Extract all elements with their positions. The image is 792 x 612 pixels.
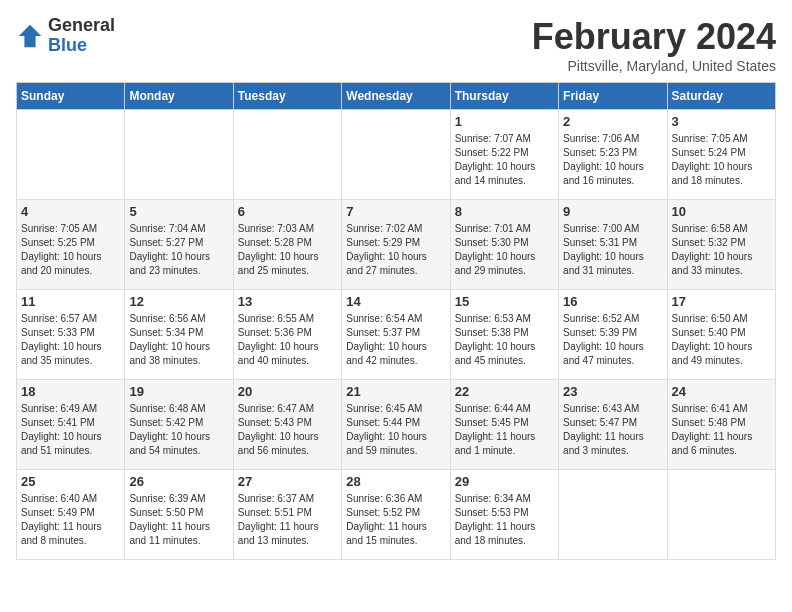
calendar-cell: 10Sunrise: 6:58 AM Sunset: 5:32 PM Dayli…: [667, 200, 775, 290]
calendar-cell: 21Sunrise: 6:45 AM Sunset: 5:44 PM Dayli…: [342, 380, 450, 470]
logo-general-text: General: [48, 16, 115, 36]
day-number: 22: [455, 384, 554, 399]
day-number: 17: [672, 294, 771, 309]
calendar-cell: 4Sunrise: 7:05 AM Sunset: 5:25 PM Daylig…: [17, 200, 125, 290]
cell-content: Sunrise: 6:55 AM Sunset: 5:36 PM Dayligh…: [238, 312, 337, 368]
cell-content: Sunrise: 6:49 AM Sunset: 5:41 PM Dayligh…: [21, 402, 120, 458]
cell-content: Sunrise: 6:48 AM Sunset: 5:42 PM Dayligh…: [129, 402, 228, 458]
cell-content: Sunrise: 6:39 AM Sunset: 5:50 PM Dayligh…: [129, 492, 228, 548]
calendar-header-row: SundayMondayTuesdayWednesdayThursdayFrid…: [17, 83, 776, 110]
day-number: 8: [455, 204, 554, 219]
cell-content: Sunrise: 6:43 AM Sunset: 5:47 PM Dayligh…: [563, 402, 662, 458]
month-title: February 2024: [532, 16, 776, 58]
header-day-tuesday: Tuesday: [233, 83, 341, 110]
header-day-friday: Friday: [559, 83, 667, 110]
calendar-cell: 20Sunrise: 6:47 AM Sunset: 5:43 PM Dayli…: [233, 380, 341, 470]
cell-content: Sunrise: 6:37 AM Sunset: 5:51 PM Dayligh…: [238, 492, 337, 548]
day-number: 20: [238, 384, 337, 399]
day-number: 21: [346, 384, 445, 399]
calendar-cell: 15Sunrise: 6:53 AM Sunset: 5:38 PM Dayli…: [450, 290, 558, 380]
svg-marker-0: [19, 25, 41, 47]
day-number: 18: [21, 384, 120, 399]
day-number: 27: [238, 474, 337, 489]
cell-content: Sunrise: 6:58 AM Sunset: 5:32 PM Dayligh…: [672, 222, 771, 278]
cell-content: Sunrise: 6:56 AM Sunset: 5:34 PM Dayligh…: [129, 312, 228, 368]
day-number: 24: [672, 384, 771, 399]
day-number: 1: [455, 114, 554, 129]
cell-content: Sunrise: 7:07 AM Sunset: 5:22 PM Dayligh…: [455, 132, 554, 188]
cell-content: Sunrise: 7:00 AM Sunset: 5:31 PM Dayligh…: [563, 222, 662, 278]
cell-content: Sunrise: 7:06 AM Sunset: 5:23 PM Dayligh…: [563, 132, 662, 188]
calendar-cell: 11Sunrise: 6:57 AM Sunset: 5:33 PM Dayli…: [17, 290, 125, 380]
calendar-week-2: 4Sunrise: 7:05 AM Sunset: 5:25 PM Daylig…: [17, 200, 776, 290]
logo-blue-text: Blue: [48, 36, 115, 56]
calendar-table: SundayMondayTuesdayWednesdayThursdayFrid…: [16, 82, 776, 560]
day-number: 7: [346, 204, 445, 219]
cell-content: Sunrise: 6:45 AM Sunset: 5:44 PM Dayligh…: [346, 402, 445, 458]
header-day-monday: Monday: [125, 83, 233, 110]
calendar-week-5: 25Sunrise: 6:40 AM Sunset: 5:49 PM Dayli…: [17, 470, 776, 560]
calendar-cell: 22Sunrise: 6:44 AM Sunset: 5:45 PM Dayli…: [450, 380, 558, 470]
calendar-cell: 8Sunrise: 7:01 AM Sunset: 5:30 PM Daylig…: [450, 200, 558, 290]
calendar-week-4: 18Sunrise: 6:49 AM Sunset: 5:41 PM Dayli…: [17, 380, 776, 470]
day-number: 11: [21, 294, 120, 309]
day-number: 10: [672, 204, 771, 219]
calendar-cell: 1Sunrise: 7:07 AM Sunset: 5:22 PM Daylig…: [450, 110, 558, 200]
day-number: 13: [238, 294, 337, 309]
cell-content: Sunrise: 6:57 AM Sunset: 5:33 PM Dayligh…: [21, 312, 120, 368]
calendar-cell: 17Sunrise: 6:50 AM Sunset: 5:40 PM Dayli…: [667, 290, 775, 380]
day-number: 25: [21, 474, 120, 489]
cell-content: Sunrise: 7:05 AM Sunset: 5:25 PM Dayligh…: [21, 222, 120, 278]
logo-text: General Blue: [48, 16, 115, 56]
day-number: 16: [563, 294, 662, 309]
day-number: 29: [455, 474, 554, 489]
calendar-cell: [125, 110, 233, 200]
day-number: 14: [346, 294, 445, 309]
logo: General Blue: [16, 16, 115, 56]
day-number: 28: [346, 474, 445, 489]
day-number: 9: [563, 204, 662, 219]
day-number: 19: [129, 384, 228, 399]
day-number: 15: [455, 294, 554, 309]
calendar-cell: 19Sunrise: 6:48 AM Sunset: 5:42 PM Dayli…: [125, 380, 233, 470]
calendar-cell: [233, 110, 341, 200]
cell-content: Sunrise: 7:02 AM Sunset: 5:29 PM Dayligh…: [346, 222, 445, 278]
calendar-cell: 2Sunrise: 7:06 AM Sunset: 5:23 PM Daylig…: [559, 110, 667, 200]
day-number: 26: [129, 474, 228, 489]
header: General Blue February 2024 Pittsville, M…: [16, 16, 776, 74]
cell-content: Sunrise: 6:41 AM Sunset: 5:48 PM Dayligh…: [672, 402, 771, 458]
calendar-cell: 28Sunrise: 6:36 AM Sunset: 5:52 PM Dayli…: [342, 470, 450, 560]
cell-content: Sunrise: 6:53 AM Sunset: 5:38 PM Dayligh…: [455, 312, 554, 368]
day-number: 5: [129, 204, 228, 219]
header-day-saturday: Saturday: [667, 83, 775, 110]
calendar-cell: 12Sunrise: 6:56 AM Sunset: 5:34 PM Dayli…: [125, 290, 233, 380]
cell-content: Sunrise: 6:34 AM Sunset: 5:53 PM Dayligh…: [455, 492, 554, 548]
cell-content: Sunrise: 7:05 AM Sunset: 5:24 PM Dayligh…: [672, 132, 771, 188]
calendar-cell: [559, 470, 667, 560]
header-day-thursday: Thursday: [450, 83, 558, 110]
calendar-cell: 6Sunrise: 7:03 AM Sunset: 5:28 PM Daylig…: [233, 200, 341, 290]
calendar-cell: [667, 470, 775, 560]
logo-icon: [16, 22, 44, 50]
calendar-cell: [17, 110, 125, 200]
calendar-cell: 7Sunrise: 7:02 AM Sunset: 5:29 PM Daylig…: [342, 200, 450, 290]
cell-content: Sunrise: 6:50 AM Sunset: 5:40 PM Dayligh…: [672, 312, 771, 368]
cell-content: Sunrise: 6:52 AM Sunset: 5:39 PM Dayligh…: [563, 312, 662, 368]
calendar-cell: 5Sunrise: 7:04 AM Sunset: 5:27 PM Daylig…: [125, 200, 233, 290]
title-section: February 2024 Pittsville, Maryland, Unit…: [532, 16, 776, 74]
calendar-cell: 14Sunrise: 6:54 AM Sunset: 5:37 PM Dayli…: [342, 290, 450, 380]
cell-content: Sunrise: 6:54 AM Sunset: 5:37 PM Dayligh…: [346, 312, 445, 368]
calendar-cell: 18Sunrise: 6:49 AM Sunset: 5:41 PM Dayli…: [17, 380, 125, 470]
cell-content: Sunrise: 6:36 AM Sunset: 5:52 PM Dayligh…: [346, 492, 445, 548]
day-number: 12: [129, 294, 228, 309]
calendar-cell: 29Sunrise: 6:34 AM Sunset: 5:53 PM Dayli…: [450, 470, 558, 560]
day-number: 6: [238, 204, 337, 219]
calendar-cell: 27Sunrise: 6:37 AM Sunset: 5:51 PM Dayli…: [233, 470, 341, 560]
calendar-cell: 23Sunrise: 6:43 AM Sunset: 5:47 PM Dayli…: [559, 380, 667, 470]
cell-content: Sunrise: 6:47 AM Sunset: 5:43 PM Dayligh…: [238, 402, 337, 458]
calendar-cell: 26Sunrise: 6:39 AM Sunset: 5:50 PM Dayli…: [125, 470, 233, 560]
cell-content: Sunrise: 6:40 AM Sunset: 5:49 PM Dayligh…: [21, 492, 120, 548]
calendar-cell: 9Sunrise: 7:00 AM Sunset: 5:31 PM Daylig…: [559, 200, 667, 290]
calendar-cell: [342, 110, 450, 200]
calendar-week-3: 11Sunrise: 6:57 AM Sunset: 5:33 PM Dayli…: [17, 290, 776, 380]
